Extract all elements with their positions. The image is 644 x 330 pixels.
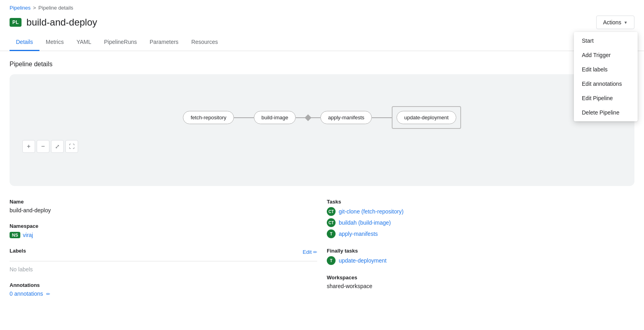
zoom-out-button[interactable]: − — [37, 140, 49, 153]
dropdown-item-edit-pipeline[interactable]: Edit Pipeline — [574, 91, 638, 105]
task-item-0: CT git-clone (fetch-repository) — [327, 207, 634, 216]
labels-section: Labels Edit ✏ No labels — [10, 248, 317, 273]
pipeline-diagram: fetch-repository build-image apply-manif… — [10, 74, 634, 186]
labels-header: Labels Edit ✏ — [10, 248, 317, 256]
pipeline-node-apply-manifests[interactable]: apply-manifests — [320, 111, 372, 124]
fullscreen-button[interactable]: ⛶ — [65, 140, 78, 153]
task-link-0[interactable]: git-clone (fetch-repository) — [339, 208, 404, 215]
annotations-label: Annotations — [10, 282, 317, 288]
tab-details[interactable]: Details — [10, 34, 39, 51]
dropdown-item-edit-labels[interactable]: Edit labels — [574, 62, 638, 77]
labels-edit-button[interactable]: Edit ✏ — [303, 249, 317, 255]
task-badge-0: CT — [327, 207, 336, 216]
dropdown-item-delete-pipeline[interactable]: Delete Pipeline — [574, 105, 638, 120]
finally-task-link-0[interactable]: update-deployment — [339, 257, 387, 264]
zoom-out-icon: − — [41, 143, 45, 150]
connector-2 — [296, 115, 320, 120]
pipeline-node-update-deployment[interactable]: update-deployment — [397, 111, 456, 124]
section-title: Pipeline details — [10, 61, 634, 68]
pipeline-node-build-image[interactable]: build-image — [254, 111, 296, 124]
connector-1 — [234, 117, 254, 118]
dropdown-item-add-trigger[interactable]: Add Trigger — [574, 48, 638, 62]
fullscreen-icon: ⛶ — [69, 143, 75, 150]
zoom-in-icon: + — [27, 143, 30, 150]
name-value: build-and-deploy — [10, 207, 317, 213]
details-grid: Name build-and-deploy Namespace NS viraj… — [10, 199, 634, 306]
ns-badge: NS — [10, 232, 20, 238]
tabs-bar: Details Metrics YAML PipelineRuns Parame… — [0, 34, 644, 51]
breadcrumb-current: Pipeline details — [38, 5, 73, 11]
namespace-label: Namespace — [10, 223, 317, 229]
tab-yaml[interactable]: YAML — [70, 34, 98, 51]
annotations-section: Annotations 0 annotations ✏ — [10, 282, 317, 297]
tasks-list: CT git-clone (fetch-repository) CT build… — [327, 207, 634, 238]
zoom-in-button[interactable]: + — [22, 140, 35, 153]
task-item-2: T apply-manifests — [327, 229, 634, 238]
tab-resources[interactable]: Resources — [185, 34, 224, 51]
task-link-1[interactable]: buildah (build-image) — [339, 219, 391, 226]
task-link-2[interactable]: apply-manifests — [339, 231, 378, 237]
pencil-icon: ✏ — [313, 249, 317, 255]
name-section: Name build-and-deploy — [10, 199, 317, 213]
annotations-edit-icon: ✏ — [46, 291, 50, 297]
finally-task-item-0: T update-deployment — [327, 256, 634, 265]
annotations-value: 0 annotations — [10, 290, 43, 297]
finally-tasks-label: Finally tasks — [327, 248, 634, 254]
details-left: Name build-and-deploy Namespace NS viraj… — [10, 199, 317, 306]
task-badge-2: T — [327, 229, 336, 238]
task-badge-1: CT — [327, 218, 336, 227]
namespace-link[interactable]: viraj — [23, 232, 33, 238]
pipeline-node-fetch-repository[interactable]: fetch-repository — [183, 111, 234, 124]
page-title-row: PL build-and-deploy — [10, 17, 97, 28]
main-content: Pipeline details fetch-repository build-… — [0, 51, 644, 316]
pipeline-node-update-deployment-wrapper: update-deployment — [392, 106, 461, 129]
task-item-1: CT buildah (build-image) — [327, 218, 634, 227]
finally-task-badge-0: T — [327, 256, 336, 265]
labels-divider — [10, 261, 317, 261]
connector-3 — [372, 117, 392, 118]
diagram-controls: + − ⤢ ⛶ — [18, 137, 626, 156]
tab-metrics[interactable]: Metrics — [39, 34, 70, 51]
name-label: Name — [10, 199, 317, 205]
namespace-section: Namespace NS viraj — [10, 223, 317, 238]
workspaces-section: Workspaces shared-workspace — [327, 275, 634, 289]
tasks-label: Tasks — [327, 199, 634, 205]
workspaces-label: Workspaces — [327, 275, 634, 281]
chevron-down-icon: ▼ — [624, 20, 628, 25]
tasks-section: Tasks CT git-clone (fetch-repository) CT… — [327, 199, 634, 238]
reset-icon: ⤢ — [55, 143, 60, 150]
namespace-badge-row: NS viraj — [10, 232, 33, 238]
tab-parameters[interactable]: Parameters — [143, 34, 185, 51]
tab-pipelineruns[interactable]: PipelineRuns — [98, 34, 143, 51]
details-right: Tasks CT git-clone (fetch-repository) CT… — [327, 199, 634, 306]
labels-value: No labels — [10, 266, 317, 273]
edit-label-text: Edit — [303, 249, 312, 255]
breadcrumb: Pipelines > Pipeline details — [0, 0, 644, 12]
finally-tasks-list: T update-deployment — [327, 256, 634, 265]
breadcrumb-parent[interactable]: Pipelines — [10, 5, 31, 11]
labels-label: Labels — [10, 248, 26, 254]
actions-button[interactable]: Actions ▼ — [596, 16, 634, 29]
pipeline-badge: PL — [10, 18, 22, 27]
dropdown-item-start[interactable]: Start — [574, 34, 638, 48]
breadcrumb-separator: > — [33, 5, 36, 11]
workspaces-value: shared-workspace — [327, 283, 634, 289]
actions-label: Actions — [603, 19, 621, 26]
pipeline-flow: fetch-repository build-image apply-manif… — [18, 82, 626, 137]
annotations-link[interactable]: 0 annotations ✏ — [10, 290, 50, 297]
dropdown-item-edit-annotations[interactable]: Edit annotations — [574, 77, 638, 91]
actions-dropdown-menu: Start Add Trigger Edit labels Edit annot… — [574, 32, 638, 121]
finally-tasks-section: Finally tasks T update-deployment — [327, 248, 634, 265]
reset-zoom-button[interactable]: ⤢ — [51, 140, 64, 153]
page-title: build-and-deploy — [26, 17, 97, 28]
page-header: PL build-and-deploy Actions ▼ — [0, 12, 644, 34]
